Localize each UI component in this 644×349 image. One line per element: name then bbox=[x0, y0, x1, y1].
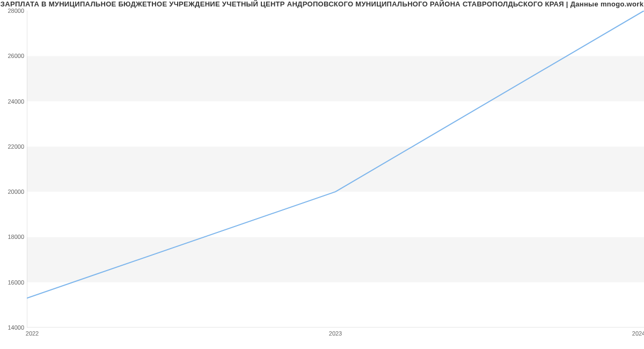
y-tick-label: 26000 bbox=[3, 53, 24, 59]
x-tick-label: 2024 bbox=[632, 330, 644, 337]
svg-rect-2 bbox=[27, 192, 644, 237]
y-tick-label: 22000 bbox=[3, 143, 24, 150]
chart-title: ЗАРПЛАТА В МУНИЦИПАЛЬНОЕ БЮДЖЕТНОЕ УЧРЕЖ… bbox=[0, 0, 644, 8]
x-tick-label: 2023 bbox=[329, 330, 342, 337]
chart-container: ЗАРПЛАТА В МУНИЦИПАЛЬНОЕ БЮДЖЕТНОЕ УЧРЕЖ… bbox=[0, 0, 644, 349]
y-tick-label: 16000 bbox=[3, 279, 24, 286]
svg-rect-4 bbox=[27, 101, 644, 147]
y-tick-label: 14000 bbox=[3, 324, 24, 331]
y-tick-label: 28000 bbox=[3, 8, 24, 14]
svg-rect-5 bbox=[27, 56, 644, 101]
y-tick-label: 20000 bbox=[3, 188, 24, 195]
svg-rect-6 bbox=[27, 11, 644, 56]
svg-rect-3 bbox=[27, 147, 644, 192]
svg-rect-1 bbox=[27, 237, 644, 282]
plot-area bbox=[27, 11, 644, 328]
x-tick-label: 2022 bbox=[26, 330, 39, 337]
svg-rect-0 bbox=[27, 282, 644, 328]
y-tick-label: 18000 bbox=[3, 234, 24, 240]
y-tick-label: 24000 bbox=[3, 98, 24, 105]
